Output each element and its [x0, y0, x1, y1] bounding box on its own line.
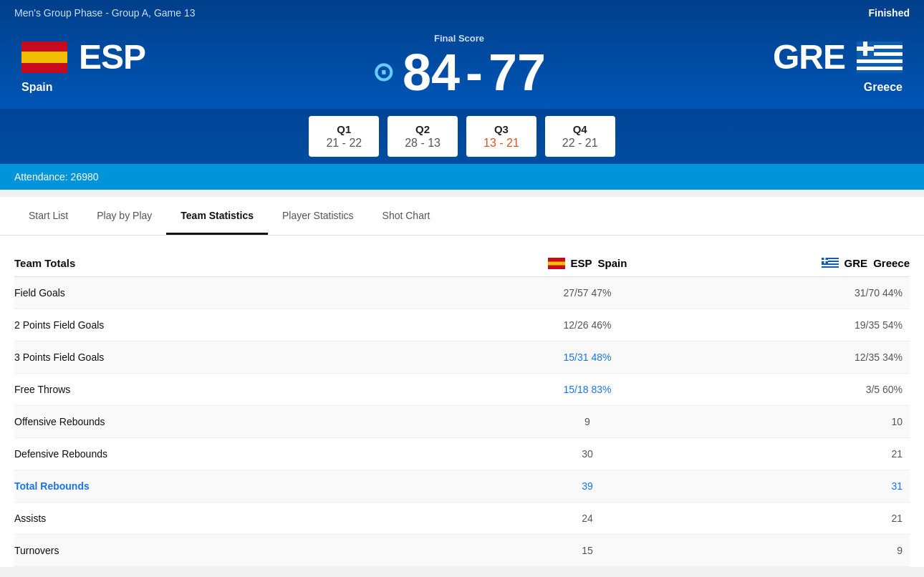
off-reb-gre: 10: [695, 416, 910, 427]
svg-rect-9: [857, 56, 903, 59]
gre-team: Greece: [873, 257, 910, 269]
tabs-bar: Start List Play by Play Team Statistics …: [0, 197, 924, 236]
svg-rect-12: [857, 67, 903, 70]
field-goals-label: Field Goals: [14, 287, 480, 299]
score-away: 77: [489, 47, 546, 98]
turnovers-esp: 15: [480, 545, 695, 556]
q3-label: Q3: [483, 123, 519, 135]
field-goals-esp: 27/57 47%: [480, 287, 695, 299]
esp-header: ESP Spain: [480, 257, 695, 269]
stat-row-tot-reb: Total Rebounds 39 31: [14, 470, 910, 503]
svg-rect-20: [548, 265, 565, 266]
def-reb-gre: 21: [695, 448, 910, 460]
esp-team: Spain: [598, 257, 627, 269]
3pt-esp: 15/31 48%: [480, 351, 695, 363]
esp-label: ESP: [571, 257, 592, 269]
svg-rect-11: [857, 63, 903, 67]
quarter-q4: Q4 22 - 21: [545, 116, 615, 157]
turnovers-gre: 9: [695, 545, 910, 556]
attendance-text: Attendance: 26980: [14, 171, 99, 183]
greece-flag-large: [857, 42, 903, 73]
svg-rect-2: [21, 49, 67, 52]
2pt-esp: 12/26 46%: [480, 319, 695, 331]
page-header: Men's Group Phase - Group A, Game 13 Fin…: [0, 0, 924, 190]
stat-row-3pt: 3 Points Field Goals 15/31 48% 12/35 34%: [14, 341, 910, 374]
def-reb-label: Defensive Rebounds: [14, 448, 480, 460]
score-section: ESP Spain Final Score ⊙ 84 - 77 GRE: [0, 26, 924, 109]
content-area: Start List Play by Play Team Statistics …: [0, 197, 924, 567]
score-center: Final Score ⊙ 84 - 77: [372, 33, 546, 98]
score-home: 84: [403, 47, 460, 98]
final-score-label: Final Score: [434, 33, 484, 44]
q1-label: Q1: [326, 123, 362, 135]
tot-reb-gre: 31: [695, 480, 910, 492]
tab-team-statistics[interactable]: Team Statistics: [166, 197, 268, 235]
ft-gre: 3/5 60%: [695, 384, 910, 395]
svg-rect-29: [822, 268, 839, 269]
game-status: Finished: [868, 7, 910, 19]
section-title: Team Totals: [14, 257, 480, 269]
team-away: GRE Gr: [773, 37, 903, 94]
stat-row-def-reb: Defensive Rebounds 30 21: [14, 438, 910, 470]
tot-reb-esp: 39: [480, 480, 695, 492]
def-reb-esp: 30: [480, 448, 695, 460]
svg-rect-13: [857, 70, 903, 73]
3pt-gre: 12/35 34%: [695, 351, 910, 363]
score-separator: -: [466, 47, 483, 98]
quarter-q1: Q1 21 - 22: [309, 116, 379, 157]
stat-row-2pt: 2 Points Field Goals 12/26 46% 19/35 54%: [14, 309, 910, 341]
q2-label: Q2: [405, 123, 441, 135]
svg-rect-32: [822, 260, 828, 261]
ft-label: Free Throws: [14, 384, 480, 395]
q4-score: 22 - 21: [562, 137, 598, 150]
field-goals-gre: 31/70 44%: [695, 287, 910, 299]
tab-start-list[interactable]: Start List: [14, 197, 82, 235]
off-reb-label: Offensive Rebounds: [14, 416, 480, 427]
stat-row-assists: Assists 24 21: [14, 503, 910, 535]
svg-rect-28: [822, 266, 839, 268]
gre-label: GRE: [844, 257, 868, 269]
tab-shot-chart[interactable]: Shot Chart: [368, 197, 445, 235]
spain-flag-small: [548, 258, 565, 269]
stat-row-ft: Free Throws 15/18 83% 3/5 60%: [14, 374, 910, 406]
assists-gre: 21: [695, 513, 910, 524]
stats-header-row: Team Totals ESP Spain: [14, 250, 910, 277]
3pt-label: 3 Points Field Goals: [14, 351, 480, 363]
tab-player-statistics[interactable]: Player Statistics: [268, 197, 368, 235]
svg-rect-19: [548, 261, 565, 262]
q1-score: 21 - 22: [326, 137, 362, 150]
tot-reb-label: Total Rebounds: [14, 480, 480, 492]
q4-label: Q4: [562, 123, 598, 135]
stats-section: Team Totals ESP Spain: [0, 236, 924, 567]
attendance-bar: Attendance: 26980: [0, 164, 924, 190]
team-away-code: GRE: [773, 37, 845, 77]
team-home-info: ESP: [21, 37, 145, 77]
quarter-q3: Q3 13 - 21: [466, 116, 536, 157]
svg-rect-10: [857, 59, 903, 63]
score-display: ⊙ 84 - 77: [372, 47, 546, 98]
turnovers-label: Turnovers: [14, 545, 480, 556]
stat-row-turnovers: Turnovers 15 9: [14, 535, 910, 567]
team-away-info: GRE: [773, 37, 903, 77]
assists-label: Assists: [14, 513, 480, 524]
check-icon: ⊙: [372, 59, 394, 85]
svg-rect-27: [822, 265, 839, 266]
off-reb-esp: 9: [480, 416, 695, 427]
svg-rect-26: [822, 263, 839, 265]
quarter-q2: Q2 28 - 13: [388, 116, 458, 157]
svg-rect-16: [857, 47, 874, 51]
quarters-row: Q1 21 - 22 Q2 28 - 13 Q3 13 - 21 Q4 22 -…: [0, 109, 924, 164]
gre-header: GRE Greece: [695, 257, 910, 269]
2pt-label: 2 Points Field Goals: [14, 319, 480, 331]
q3-score: 13 - 21: [483, 137, 519, 150]
2pt-gre: 19/35 54%: [695, 319, 910, 331]
svg-rect-3: [21, 63, 67, 66]
assists-esp: 24: [480, 513, 695, 524]
team-away-name: Greece: [864, 81, 903, 94]
team-home-name: Spain: [21, 81, 53, 94]
greece-flag-small: [822, 258, 839, 269]
q2-score: 28 - 13: [405, 137, 441, 150]
tab-play-by-play[interactable]: Play by Play: [82, 197, 166, 235]
team-home-code: ESP: [79, 37, 145, 77]
stat-row-field-goals: Field Goals 27/57 47% 31/70 44%: [14, 277, 910, 309]
